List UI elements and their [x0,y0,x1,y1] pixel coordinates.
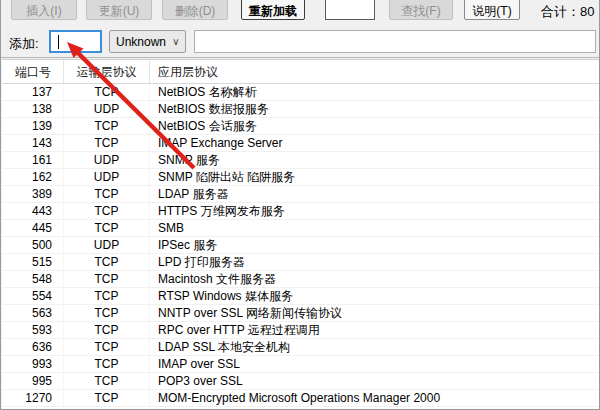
table-header: 端口号 运输层协议 应用层协议 [2,60,599,84]
cell-port-number: 138 [2,101,64,117]
filter-input[interactable] [325,0,375,20]
cell-application-protocol: LDAP SSL 本地安全机构 [150,339,599,355]
cell-transport-protocol: UDP [64,169,150,185]
help-button[interactable]: 说明(T) [464,0,520,20]
section-divider [1,57,600,58]
cell-port-number: 593 [2,322,64,338]
cell-application-protocol: SNMP 陷阱出站 陷阱服务 [150,169,599,185]
find-button[interactable]: 查找(F) [389,0,453,20]
cell-application-protocol: IMAP over SSL [150,356,599,372]
cell-application-protocol: POP3 over SSL [150,373,599,389]
cell-port-number: 995 [2,373,64,389]
ports-app-window: { "toolbar": { "buttons": [ { "label": "… [0,0,600,410]
cell-port-number: 548 [2,271,64,287]
cell-transport-protocol: UDP [64,152,150,168]
cell-application-protocol: HTTPS 万维网发布服务 [150,203,599,219]
header-port-number[interactable]: 端口号 [2,60,64,83]
cell-transport-protocol: TCP [64,305,150,321]
update-button[interactable]: 更新(U) [86,0,152,20]
ports-table: 端口号 运输层协议 应用层协议 137TCPNetBIOS 名称解析138UDP… [2,59,599,410]
cell-transport-protocol: TCP [64,271,150,287]
reload-button[interactable]: 重新加载 [241,0,305,20]
add-row: 添加: Unknown ∨ [1,28,600,58]
toolbar: 插入(I) 更新(U) 删除(D) 重新加载 查找(F) 说明(T) 合计：80 [1,0,600,24]
cell-transport-protocol: UDP [64,101,150,117]
cell-port-number: 161 [2,152,64,168]
cell-transport-protocol: TCP [64,288,150,304]
cell-transport-protocol: UDP [64,237,150,253]
text-caret [58,35,59,49]
delete-button[interactable]: 删除(D) [162,0,228,20]
cell-transport-protocol: TCP [64,390,150,406]
cell-transport-protocol: TCP [64,118,150,134]
table-row[interactable]: 636TCPLDAP SSL 本地安全机构 [2,339,599,356]
add-port-input[interactable] [49,30,102,53]
cell-port-number: 993 [2,356,64,372]
cell-transport-protocol: TCP [64,339,150,355]
cell-port-number: 389 [2,186,64,202]
table-row[interactable]: 515TCPLPD 打印服务器 [2,254,599,271]
add-description-input[interactable] [194,30,596,53]
table-row[interactable]: 445TCPSMB [2,220,599,237]
table-row[interactable]: 137TCPNetBIOS 名称解析 [2,84,599,101]
cell-port-number: 500 [2,237,64,253]
table-row[interactable]: 1270TCPMOM-Encrypted Microsoft Operation… [2,390,599,407]
header-application-protocol[interactable]: 应用层协议 [150,60,599,83]
cell-port-number: 1270 [2,390,64,406]
table-row[interactable]: 443TCPHTTPS 万维网发布服务 [2,203,599,220]
header-transport-protocol[interactable]: 运输层协议 [64,60,150,83]
cell-application-protocol: SMB [150,220,599,236]
protocol-type-select[interactable]: Unknown ∨ [109,30,186,53]
cell-transport-protocol: TCP [64,356,150,372]
table-body: 137TCPNetBIOS 名称解析138UDPNetBIOS 数据报服务139… [2,84,599,407]
cell-transport-protocol: TCP [64,373,150,389]
protocol-type-value: Unknown [110,35,167,49]
cell-port-number: 137 [2,84,64,100]
table-row[interactable]: 554TCPRTSP Windows 媒体服务 [2,288,599,305]
cell-application-protocol: NetBIOS 会话服务 [150,118,599,134]
cell-transport-protocol: TCP [64,220,150,236]
chevron-down-icon: ∨ [167,36,185,47]
cell-application-protocol: RPC over HTTP 远程过程调用 [150,322,599,338]
insert-button[interactable]: 插入(I) [11,0,77,20]
table-row[interactable]: 995TCPPOP3 over SSL [2,373,599,390]
table-row[interactable]: 993TCPIMAP over SSL [2,356,599,373]
table-row[interactable]: 500UDPIPSec 服务 [2,237,599,254]
cell-port-number: 139 [2,118,64,134]
cell-port-number: 554 [2,288,64,304]
table-row[interactable]: 593TCPRPC over HTTP 远程过程调用 [2,322,599,339]
add-label: 添加: [9,35,39,53]
cell-port-number: 636 [2,339,64,355]
table-row[interactable]: 143TCPIMAP Exchange Server [2,135,599,152]
cell-application-protocol: LPD 打印服务器 [150,254,599,270]
cell-application-protocol: MOM-Encrypted Microsoft Operations Manag… [150,390,599,406]
table-row[interactable]: 138UDPNetBIOS 数据报服务 [2,101,599,118]
cell-application-protocol: NNTP over SSL 网络新闻传输协议 [150,305,599,321]
cell-application-protocol: IPSec 服务 [150,237,599,253]
cell-application-protocol: NetBIOS 数据报服务 [150,101,599,117]
cell-application-protocol: RTSP Windows 媒体服务 [150,288,599,304]
cell-transport-protocol: TCP [64,203,150,219]
total-count: 合计：80 [541,3,594,21]
cell-port-number: 143 [2,135,64,151]
cell-transport-protocol: TCP [64,84,150,100]
table-row[interactable]: 548TCPMacintosh 文件服务器 [2,271,599,288]
cell-transport-protocol: TCP [64,322,150,338]
table-row[interactable]: 389TCPLDAP 服务器 [2,186,599,203]
cell-port-number: 445 [2,220,64,236]
table-row[interactable]: 563TCPNNTP over SSL 网络新闻传输协议 [2,305,599,322]
cell-transport-protocol: TCP [64,135,150,151]
table-row[interactable]: 139TCPNetBIOS 会话服务 [2,118,599,135]
cell-port-number: 443 [2,203,64,219]
cell-port-number: 563 [2,305,64,321]
cell-transport-protocol: TCP [64,186,150,202]
cell-port-number: 162 [2,169,64,185]
cell-transport-protocol: TCP [64,254,150,270]
cell-port-number: 515 [2,254,64,270]
cell-application-protocol: NetBIOS 名称解析 [150,84,599,100]
cell-application-protocol: Macintosh 文件服务器 [150,271,599,287]
cell-application-protocol: SNMP 服务 [150,152,599,168]
table-row[interactable]: 161UDPSNMP 服务 [2,152,599,169]
cell-application-protocol: IMAP Exchange Server [150,135,599,151]
table-row[interactable]: 162UDPSNMP 陷阱出站 陷阱服务 [2,169,599,186]
